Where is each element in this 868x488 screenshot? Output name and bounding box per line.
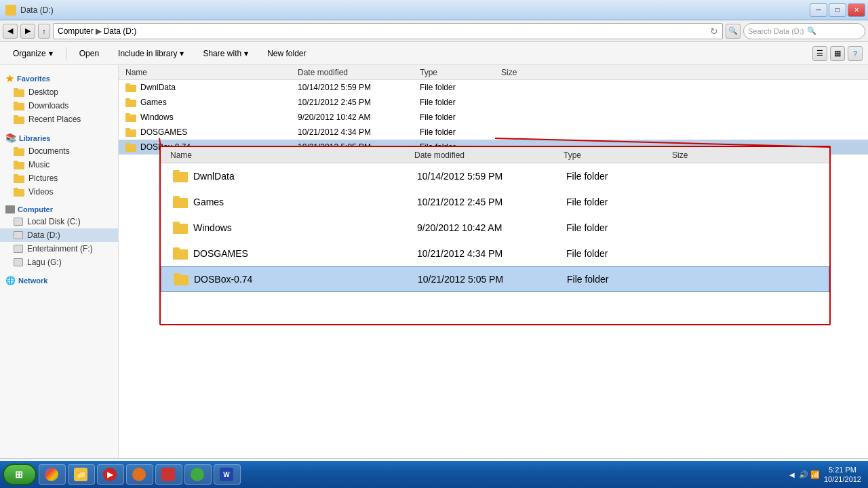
taskbar-firefox[interactable] xyxy=(126,464,153,485)
folder-icon xyxy=(125,98,136,107)
zoom-col-size-header: Size xyxy=(672,150,740,160)
taskbar-tool2[interactable] xyxy=(184,464,212,485)
taskbar-chrome[interactable] xyxy=(39,464,66,485)
zoom-table-row[interactable]: Games 10/21/2012 2:45 PM File folder xyxy=(161,189,829,215)
tray-icons: 🔊 📶 xyxy=(799,470,820,479)
col-name-header[interactable]: Name xyxy=(121,68,298,77)
local-disk-icon xyxy=(14,218,23,226)
sidebar-item-documents[interactable]: Documents xyxy=(0,144,118,158)
zoom-table-row-selected[interactable]: DOSBox-0.74 10/21/2012 5:05 PM File fold… xyxy=(161,266,829,292)
sidebar-item-desktop[interactable]: Desktop xyxy=(0,85,118,99)
sidebar-item-lagu[interactable]: Lagu (G:) xyxy=(0,256,118,269)
zoom-folder-icon xyxy=(174,273,189,285)
close-button[interactable]: ✕ xyxy=(848,3,865,17)
open-button[interactable]: Open xyxy=(72,45,106,62)
zoom-file-type: File folder xyxy=(566,222,675,233)
taskbar-word[interactable]: W xyxy=(214,464,241,485)
zoom-col-name-header: Name xyxy=(163,150,414,160)
folder-icon xyxy=(125,113,136,122)
address-computer: Computer xyxy=(58,26,94,36)
taskbar-tool1[interactable] xyxy=(155,464,182,485)
file-date: 9/20/2012 10:42 AM xyxy=(298,113,420,122)
table-row[interactable]: Games 10/21/2012 2:45 PM File folder xyxy=(119,95,868,110)
file-name: Games xyxy=(140,98,167,107)
lagu-label: Lagu (G:) xyxy=(27,258,62,267)
address-box[interactable]: Computer ▶ Data (D:) ↻ xyxy=(53,23,723,39)
zoom-col-date-header: Date modified xyxy=(414,150,564,160)
sidebar-item-downloads[interactable]: Downloads xyxy=(0,99,118,113)
file-date: 10/21/2012 2:45 PM xyxy=(298,98,420,107)
path-separator-1: ▶ xyxy=(96,26,102,36)
title-bar-buttons: ─ □ ✕ xyxy=(810,3,865,17)
zoom-table-row[interactable]: DOSGAMES 10/21/2012 4:34 PM File folder xyxy=(161,241,829,266)
sidebar-item-recent[interactable]: Recent Places xyxy=(0,113,118,126)
organize-button[interactable]: Organize ▾ xyxy=(5,45,60,62)
computer-section: Computer xyxy=(0,203,118,215)
start-button[interactable]: ⊞ xyxy=(3,464,37,485)
videos-icon xyxy=(14,188,24,197)
pictures-label: Pictures xyxy=(28,174,58,183)
window-title: Data (D:) xyxy=(20,5,54,15)
share-with-button[interactable]: Share with ▾ xyxy=(195,45,256,62)
media-icon: ▶ xyxy=(103,468,117,481)
downloads-icon xyxy=(14,102,24,110)
search-button[interactable]: 🔍 xyxy=(726,24,741,39)
title-bar-left: Data (D:) xyxy=(5,5,54,16)
sidebar-item-local-disk[interactable]: Local Disk (C:) xyxy=(0,215,118,228)
documents-label: Documents xyxy=(28,146,70,156)
toolbar: Organize ▾ Open Include in library ▾ Sha… xyxy=(0,42,868,65)
help-button[interactable]: ? xyxy=(848,46,863,61)
system-tray: ◀ 🔊 📶 5:21 PM 10/21/2012 xyxy=(785,465,865,485)
table-row[interactable]: Windows 9/20/2012 10:42 AM File folder xyxy=(119,110,868,125)
tray-arrow[interactable]: ◀ xyxy=(789,471,795,479)
taskbar-explorer[interactable]: 📁 xyxy=(68,464,95,485)
clock: 5:21 PM 10/21/2012 xyxy=(824,465,861,485)
zoom-file-type: File folder xyxy=(567,274,675,285)
music-label: Music xyxy=(28,160,50,169)
lagu-icon xyxy=(14,258,23,266)
sidebar-item-videos[interactable]: Videos xyxy=(0,185,118,199)
file-type: File folder xyxy=(420,83,501,92)
zoom-table-row[interactable]: DwnlData 10/14/2012 5:59 PM File folder xyxy=(161,163,829,189)
view-details[interactable]: ☰ xyxy=(812,46,827,61)
zoom-file-name: DOSGAMES xyxy=(193,248,248,259)
maximize-button[interactable]: □ xyxy=(829,3,846,17)
desktop-icon xyxy=(14,88,24,97)
forward-button[interactable]: ▶ xyxy=(20,24,35,39)
include-library-button[interactable]: Include in library ▾ xyxy=(111,45,191,62)
address-refresh[interactable]: ↻ xyxy=(710,26,718,37)
downloads-label: Downloads xyxy=(28,101,68,110)
zoom-file-name: Windows xyxy=(193,222,232,233)
entertainment-icon xyxy=(14,245,23,253)
sidebar-item-data-d[interactable]: Data (D:) xyxy=(0,228,118,242)
col-type-header[interactable]: Type xyxy=(420,68,501,77)
taskbar-media[interactable]: ▶ xyxy=(97,464,124,485)
local-disk-label: Local Disk (C:) xyxy=(27,217,81,226)
view-toggle[interactable]: ▦ xyxy=(830,46,845,61)
file-date: 10/21/2012 4:34 PM xyxy=(298,127,420,137)
back-button[interactable]: ◀ xyxy=(3,24,18,39)
zoom-file-date: 10/21/2012 2:45 PM xyxy=(417,197,566,207)
network-label: Network xyxy=(18,277,47,285)
col-date-header[interactable]: Date modified xyxy=(298,68,420,77)
zoom-table-row[interactable]: Windows 9/20/2012 10:42 AM File folder xyxy=(161,215,829,241)
table-row[interactable]: DOSGAMES 10/21/2012 4:34 PM File folder xyxy=(119,125,868,140)
recent-label: Recent Places xyxy=(28,115,81,124)
desktop-label: Desktop xyxy=(28,87,58,97)
zoom-file-type: File folder xyxy=(566,248,675,259)
new-folder-button[interactable]: New folder xyxy=(260,45,313,62)
table-row[interactable]: DwnlData 10/14/2012 5:59 PM File folder xyxy=(119,80,868,95)
view-options[interactable]: ☰ ▦ ? xyxy=(812,46,863,61)
col-size-header[interactable]: Size xyxy=(501,68,555,77)
address-bar: ◀ ▶ ↑ Computer ▶ Data (D:) ↻ 🔍 Search Da… xyxy=(0,20,868,42)
file-date: 10/14/2012 5:59 PM xyxy=(298,83,420,92)
up-button[interactable]: ↑ xyxy=(38,24,50,39)
zoom-file-name: DwnlData xyxy=(193,171,235,182)
zoom-file-date: 10/14/2012 5:59 PM xyxy=(417,171,566,182)
sidebar-item-entertainment[interactable]: Entertainment (F:) xyxy=(0,242,118,256)
sidebar-item-pictures[interactable]: Pictures xyxy=(0,171,118,185)
sidebar-item-music[interactable]: Music xyxy=(0,158,118,171)
minimize-button[interactable]: ─ xyxy=(810,3,827,17)
libraries-section: 📚 Libraries xyxy=(0,130,118,144)
search-box[interactable]: Search Data (D:) 🔍 xyxy=(743,23,865,39)
